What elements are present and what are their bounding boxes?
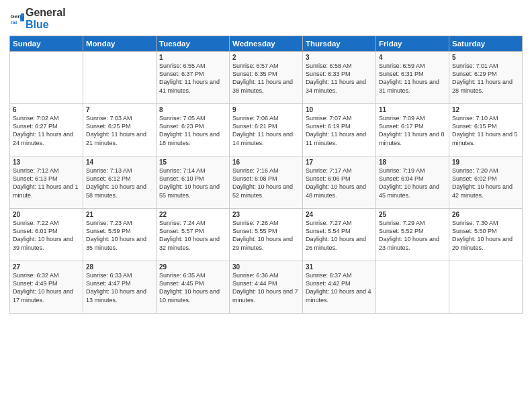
calendar-table: SundayMondayTuesdayWednesdayThursdayFrid… bbox=[9, 36, 523, 314]
day-cell: 8Sunrise: 7:05 AM Sunset: 6:23 PM Daylig… bbox=[157, 104, 230, 156]
day-cell: 30Sunrise: 6:36 AM Sunset: 4:44 PM Dayli… bbox=[230, 261, 303, 314]
day-info: Sunrise: 7:01 AM Sunset: 6:29 PM Dayligh… bbox=[452, 62, 519, 95]
day-cell: 20Sunrise: 7:22 AM Sunset: 6:01 PM Dayli… bbox=[10, 209, 83, 261]
day-number: 27 bbox=[13, 263, 80, 271]
day-info: Sunrise: 7:12 AM Sunset: 6:13 PM Dayligh… bbox=[13, 167, 80, 199]
day-number: 20 bbox=[13, 211, 80, 218]
day-cell: 11Sunrise: 7:09 AM Sunset: 6:17 PM Dayli… bbox=[376, 104, 449, 156]
day-cell: 26Sunrise: 7:30 AM Sunset: 5:50 PM Dayli… bbox=[449, 209, 523, 261]
day-number: 5 bbox=[452, 54, 519, 61]
day-number: 18 bbox=[379, 158, 446, 166]
day-cell: 14Sunrise: 7:13 AM Sunset: 6:12 PM Dayli… bbox=[83, 156, 157, 209]
col-header-sunday: Sunday bbox=[10, 36, 83, 52]
day-number: 29 bbox=[159, 263, 226, 271]
day-info: Sunrise: 6:33 AM Sunset: 4:47 PM Dayligh… bbox=[86, 271, 153, 304]
day-info: Sunrise: 7:03 AM Sunset: 6:25 PM Dayligh… bbox=[86, 114, 153, 147]
day-info: Sunrise: 7:10 AM Sunset: 6:15 PM Dayligh… bbox=[452, 114, 519, 147]
col-header-wednesday: Wednesday bbox=[230, 36, 303, 52]
day-cell: 16Sunrise: 7:16 AM Sunset: 6:08 PM Dayli… bbox=[230, 156, 303, 209]
day-number: 4 bbox=[379, 54, 446, 61]
week-row-5: 27Sunrise: 6:32 AM Sunset: 4:49 PM Dayli… bbox=[10, 261, 523, 314]
day-info: Sunrise: 7:19 AM Sunset: 6:04 PM Dayligh… bbox=[379, 167, 446, 199]
page-container: Gene ral General Blue SundayMondayTuesda… bbox=[0, 0, 532, 319]
day-cell: 4Sunrise: 6:59 AM Sunset: 6:31 PM Daylig… bbox=[376, 52, 449, 104]
header-row: SundayMondayTuesdayWednesdayThursdayFrid… bbox=[10, 36, 523, 52]
day-number: 25 bbox=[379, 211, 446, 218]
day-cell: 5Sunrise: 7:01 AM Sunset: 6:29 PM Daylig… bbox=[449, 52, 523, 104]
day-number: 19 bbox=[452, 158, 519, 166]
day-cell: 28Sunrise: 6:33 AM Sunset: 4:47 PM Dayli… bbox=[83, 261, 157, 314]
day-info: Sunrise: 6:32 AM Sunset: 4:49 PM Dayligh… bbox=[13, 271, 80, 304]
day-number: 12 bbox=[452, 106, 519, 113]
header: Gene ral General Blue bbox=[9, 7, 523, 30]
day-cell: 10Sunrise: 7:07 AM Sunset: 6:19 PM Dayli… bbox=[303, 104, 376, 156]
day-info: Sunrise: 6:59 AM Sunset: 6:31 PM Dayligh… bbox=[379, 62, 446, 95]
day-cell: 31Sunrise: 6:37 AM Sunset: 4:42 PM Dayli… bbox=[303, 261, 376, 314]
week-row-4: 20Sunrise: 7:22 AM Sunset: 6:01 PM Dayli… bbox=[10, 209, 523, 261]
day-cell bbox=[376, 261, 449, 314]
day-cell: 7Sunrise: 7:03 AM Sunset: 6:25 PM Daylig… bbox=[83, 104, 157, 156]
day-number: 10 bbox=[306, 106, 373, 113]
day-cell: 23Sunrise: 7:26 AM Sunset: 5:55 PM Dayli… bbox=[230, 209, 303, 261]
day-number: 11 bbox=[379, 106, 446, 113]
day-cell: 21Sunrise: 7:23 AM Sunset: 5:59 PM Dayli… bbox=[83, 209, 157, 261]
day-info: Sunrise: 7:02 AM Sunset: 6:27 PM Dayligh… bbox=[13, 114, 80, 147]
day-cell bbox=[83, 52, 157, 104]
col-header-saturday: Saturday bbox=[449, 36, 523, 52]
day-cell: 9Sunrise: 7:06 AM Sunset: 6:21 PM Daylig… bbox=[230, 104, 303, 156]
day-info: Sunrise: 7:26 AM Sunset: 5:55 PM Dayligh… bbox=[232, 219, 300, 252]
day-info: Sunrise: 7:17 AM Sunset: 6:06 PM Dayligh… bbox=[306, 167, 373, 199]
day-number: 28 bbox=[86, 263, 153, 271]
day-cell bbox=[449, 261, 523, 314]
day-number: 17 bbox=[306, 158, 373, 166]
week-row-2: 6Sunrise: 7:02 AM Sunset: 6:27 PM Daylig… bbox=[10, 104, 523, 156]
col-header-friday: Friday bbox=[376, 36, 449, 52]
day-number: 15 bbox=[159, 158, 226, 166]
day-number: 26 bbox=[452, 211, 519, 218]
day-number: 21 bbox=[86, 211, 153, 218]
day-cell: 3Sunrise: 6:58 AM Sunset: 6:33 PM Daylig… bbox=[303, 52, 376, 104]
day-info: Sunrise: 7:16 AM Sunset: 6:08 PM Dayligh… bbox=[232, 167, 300, 199]
day-cell: 18Sunrise: 7:19 AM Sunset: 6:04 PM Dayli… bbox=[376, 156, 449, 209]
day-info: Sunrise: 7:20 AM Sunset: 6:02 PM Dayligh… bbox=[452, 167, 519, 199]
day-cell: 24Sunrise: 7:27 AM Sunset: 5:54 PM Dayli… bbox=[303, 209, 376, 261]
day-cell: 12Sunrise: 7:10 AM Sunset: 6:15 PM Dayli… bbox=[449, 104, 523, 156]
day-number: 13 bbox=[13, 158, 80, 166]
day-number: 31 bbox=[306, 263, 373, 271]
logo-general: General bbox=[26, 7, 66, 19]
day-cell: 17Sunrise: 7:17 AM Sunset: 6:06 PM Dayli… bbox=[303, 156, 376, 209]
col-header-monday: Monday bbox=[83, 36, 157, 52]
day-info: Sunrise: 7:29 AM Sunset: 5:52 PM Dayligh… bbox=[379, 219, 446, 252]
col-header-tuesday: Tuesday bbox=[157, 36, 230, 52]
week-row-3: 13Sunrise: 7:12 AM Sunset: 6:13 PM Dayli… bbox=[10, 156, 523, 209]
day-cell: 13Sunrise: 7:12 AM Sunset: 6:13 PM Dayli… bbox=[10, 156, 83, 209]
day-cell: 25Sunrise: 7:29 AM Sunset: 5:52 PM Dayli… bbox=[376, 209, 449, 261]
day-info: Sunrise: 6:36 AM Sunset: 4:44 PM Dayligh… bbox=[232, 271, 300, 304]
day-number: 23 bbox=[232, 211, 300, 218]
day-info: Sunrise: 7:13 AM Sunset: 6:12 PM Dayligh… bbox=[86, 167, 153, 199]
logo-blue: Blue bbox=[26, 19, 66, 31]
day-info: Sunrise: 7:07 AM Sunset: 6:19 PM Dayligh… bbox=[306, 114, 373, 147]
day-cell: 2Sunrise: 6:57 AM Sunset: 6:35 PM Daylig… bbox=[230, 52, 303, 104]
svg-text:ral: ral bbox=[10, 19, 17, 26]
day-cell: 22Sunrise: 7:24 AM Sunset: 5:57 PM Dayli… bbox=[157, 209, 230, 261]
day-info: Sunrise: 6:58 AM Sunset: 6:33 PM Dayligh… bbox=[306, 62, 373, 95]
day-cell: 19Sunrise: 7:20 AM Sunset: 6:02 PM Dayli… bbox=[449, 156, 523, 209]
day-cell bbox=[10, 52, 83, 104]
day-number: 8 bbox=[159, 106, 226, 113]
logo-icon: Gene ral bbox=[9, 11, 24, 26]
day-info: Sunrise: 7:30 AM Sunset: 5:50 PM Dayligh… bbox=[452, 219, 519, 252]
day-number: 1 bbox=[159, 54, 226, 61]
day-number: 24 bbox=[306, 211, 373, 218]
day-number: 6 bbox=[13, 106, 80, 113]
day-info: Sunrise: 7:14 AM Sunset: 6:10 PM Dayligh… bbox=[159, 167, 226, 199]
day-number: 3 bbox=[306, 54, 373, 61]
day-cell: 27Sunrise: 6:32 AM Sunset: 4:49 PM Dayli… bbox=[10, 261, 83, 314]
week-row-1: 1Sunrise: 6:55 AM Sunset: 6:37 PM Daylig… bbox=[10, 52, 523, 104]
day-info: Sunrise: 7:24 AM Sunset: 5:57 PM Dayligh… bbox=[159, 219, 226, 252]
logo: Gene ral General Blue bbox=[9, 7, 66, 30]
day-info: Sunrise: 7:06 AM Sunset: 6:21 PM Dayligh… bbox=[232, 114, 300, 147]
day-info: Sunrise: 6:37 AM Sunset: 4:42 PM Dayligh… bbox=[306, 271, 373, 304]
day-info: Sunrise: 7:05 AM Sunset: 6:23 PM Dayligh… bbox=[159, 114, 226, 147]
day-number: 22 bbox=[159, 211, 226, 218]
